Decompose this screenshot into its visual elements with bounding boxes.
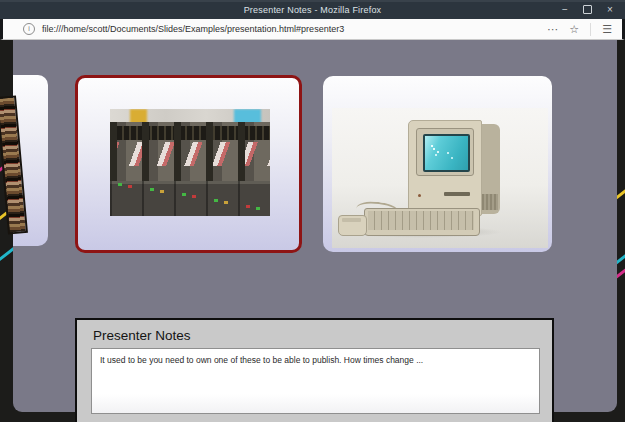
hamburger-menu-icon[interactable]: ☰ [602,24,612,35]
slide-thumbnail-current[interactable] [75,75,302,253]
page-info-icon[interactable]: i [23,23,35,35]
presenter-notes-heading: Presenter Notes [93,328,191,343]
mac-mouse-button [342,218,361,222]
minimize-button[interactable]: − [560,5,570,15]
maximize-button[interactable] [583,5,592,14]
macintosh-photo [332,108,548,248]
toolbar-actions: ⋯ ☆ ☰ [547,23,612,36]
window-controls: − × [560,0,615,19]
titlebar[interactable]: Presenter Notes - Mozilla Firefox − × [0,0,625,19]
mac-screen [423,134,470,172]
close-button[interactable]: × [605,5,615,15]
page-viewport: Presenter Notes It used to be you need t… [0,40,625,422]
printing-press-photo [110,109,270,216]
url-toolbar: i file:///home/scott/Documents/Slides/Ex… [0,19,625,40]
mac-keyboard-keys [368,211,474,230]
press-posts [110,122,270,184]
press-console-dividers [110,181,270,216]
page-actions-icon[interactable]: ⋯ [547,24,558,35]
url-input[interactable]: file:///home/scott/Documents/Slides/Exam… [42,24,344,34]
press-buttons [118,183,122,186]
mac-apple-logo [418,194,421,197]
presenter-notes-box: Presenter Notes It used to be you need t… [75,318,554,422]
mac-vents [480,194,498,210]
slide-thumbnail-next[interactable] [323,76,552,252]
presenter-notes-text: It used to be you need to own one of the… [100,355,531,366]
window-title: Presenter Notes - Mozilla Firefox [244,5,382,15]
firefox-window: Presenter Notes - Mozilla Firefox − × i … [0,0,625,422]
mac-floppy-slot [444,192,470,196]
toolbar-separator [590,23,591,36]
mac-screen-text [431,145,433,147]
bookmark-star-icon[interactable]: ☆ [569,24,579,35]
presenter-notes-area[interactable]: It used to be you need to own one of the… [91,348,540,414]
